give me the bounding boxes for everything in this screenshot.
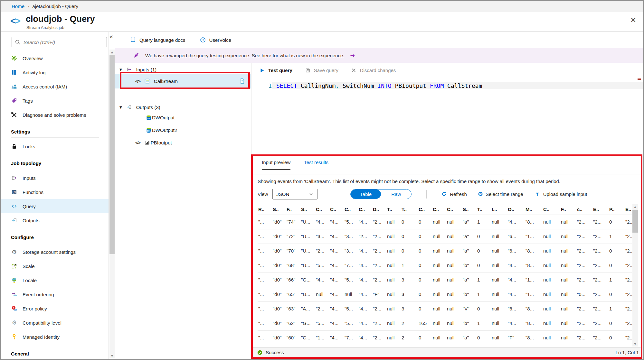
upload-sample-input-button[interactable]: Upload sample input [534,191,587,197]
query-toolbar: Query language docs UserVoice [115,32,643,48]
sidebar-item-outputs[interactable]: Outputs [1,213,109,227]
table-cell: "2... [592,244,609,258]
table-cell: "4... [329,287,344,301]
scroll-up-icon[interactable]: ▲ [109,50,115,55]
table-cell: "4... [358,287,372,301]
query-language-docs-button[interactable]: Query language docs [130,37,185,43]
search-input[interactable] [24,40,104,45]
table-raw-toggle[interactable]: Table Raw [350,189,412,199]
select-time-range-button[interactable]: ⚙ Select time range [478,191,523,197]
table-scrollbar[interactable]: ▲ ▼ [632,204,638,346]
toggle-table-option[interactable]: Table [351,189,381,199]
announcement-banner[interactable]: We have revamped the query testing exper… [115,48,643,63]
refresh-button[interactable]: Refresh [441,191,467,197]
save-query-button[interactable]: Save query [305,67,338,74]
table-cell: "60" [286,331,300,343]
sidebar-item-label: Query [23,204,36,209]
table-cell: null [432,302,446,316]
table-cell: null [432,316,446,330]
table-cell: 3 [401,287,418,301]
sidebar-item-overview[interactable]: Overview [1,51,109,65]
refresh-icon [441,191,447,197]
scroll-down-icon[interactable]: ▼ [109,353,115,358]
table-cell: "4... [507,215,525,229]
table-cell: "8... [525,244,543,258]
discard-changes-button[interactable]: Discard changes [351,67,396,74]
status-text: Success [266,350,284,355]
sidebar-item-event-ordering[interactable]: Event ordering [1,287,109,301]
column-header: S.. [462,204,477,215]
document-icon[interactable] [239,78,245,84]
sidebar-item-access-control-iam[interactable]: Access control (IAM) [1,79,109,94]
table-cell: "8... [525,302,543,316]
chevron-down-icon[interactable]: ▼ [119,68,122,71]
scroll-up-icon[interactable]: ▲ [632,204,638,209]
table-cell: null [315,287,329,301]
table-cell: 0 [477,244,491,258]
sidebar-item-storage-account-settings[interactable]: ⚙Storage account settings [1,245,109,259]
tree-item-pbioutput[interactable]: </> PBIoutput [115,136,251,149]
table-cell: "2... [576,244,592,258]
table-cell: "b" [462,287,477,301]
sidebar-item-error-policy[interactable]: Error policy [1,301,109,316]
sidebar-item-tags[interactable]: Tags [1,94,109,108]
sidebar-item-inputs[interactable]: Inputs [1,171,109,185]
view-format-select[interactable]: JSON [272,189,317,199]
outputs-group[interactable]: ▼ Outputs (3) [115,103,251,111]
table-cell: "U... [300,258,315,272]
table-cell: null [432,244,446,258]
table-cell: "4... [329,273,344,287]
sidebar-item-functions[interactable]: {ƒ}Functions [1,185,109,199]
table-cell: "2... [576,302,592,316]
table-cell: "2... [625,229,632,244]
code-line-row[interactable]: 1 SELECT CallingNum, SwitchNum INTO PBIo… [252,81,643,90]
sidebar-scrollbar[interactable]: ▲ ▼ [109,50,115,358]
table-cell: "b" [462,258,477,272]
collapse-sidebar-icon[interactable]: « [109,33,115,40]
sidebar-item-query[interactable]: Query [1,199,109,213]
table-cell: "... [258,273,272,287]
scroll-down-icon[interactable]: ▼ [632,341,638,346]
tree-item-callstream[interactable]: </> CallStream [115,74,251,88]
tab-input-preview[interactable]: Input preview [262,160,290,170]
chevron-down-icon[interactable]: ▼ [119,106,122,109]
scrollbar-thumb[interactable] [109,55,115,254]
uservoice-label: UserVoice [209,37,231,43]
close-icon[interactable]: ✕ [630,16,636,24]
breadcrumb-home-link[interactable]: Home [12,4,24,9]
toggle-raw-option[interactable]: Raw [381,189,411,199]
test-query-button[interactable]: Test query [259,67,292,74]
sidebar-item-managed-identity[interactable]: Managed Identity [1,330,109,344]
table-cell: "5... [344,302,358,316]
sidebar-item-compatibility-level[interactable]: ⚙Compatibility level [1,316,109,330]
sidebar-item-locks[interactable]: Locks [1,139,109,153]
table-cell: "2... [592,331,609,343]
query-language-docs-label: Query language docs [139,37,185,43]
table-cell: "2... [625,215,632,229]
tree-item-dwoutput[interactable]: SQL DWOutput [115,111,251,124]
table-cell: "3... [315,229,329,244]
table-cell: "2... [576,215,592,229]
cursor-position: Ln 1, Col 1 [615,350,639,355]
table-cell: "U... [300,215,315,229]
sidebar-item-label: Locks [23,144,35,149]
sidebar-item-scale[interactable]: Scale [1,259,109,273]
inputs-group[interactable]: ▼ Inputs (1) [115,65,251,74]
tree-item-dwoutput2[interactable]: SQL DWOutput2 [115,124,251,136]
uservoice-button[interactable]: UserVoice [200,37,231,43]
column-header: M.. [525,204,543,215]
table-cell: null [432,287,446,301]
scrollbar-thumb[interactable] [632,210,638,233]
access-control-icon [11,83,17,90]
inputs-icon [11,175,17,181]
sidebar-item-label: Event ordering [23,292,54,297]
table-cell: "2... [592,273,609,287]
sidebar-item-diagnose-and-solve-problems[interactable]: Diagnose and solve problems [1,108,109,122]
sidebar-item-locale[interactable]: Locale [1,273,109,287]
tab-test-results[interactable]: Test results [304,160,328,170]
query-text[interactable]: SELECT CallingNum, SwitchNum INTO PBIout… [272,82,643,89]
arrow-right-icon[interactable]: → [350,52,355,59]
input-name: CallStream [154,78,178,84]
table-cell: null [386,215,401,229]
sidebar-item-activity-log[interactable]: Activity log [1,65,109,79]
